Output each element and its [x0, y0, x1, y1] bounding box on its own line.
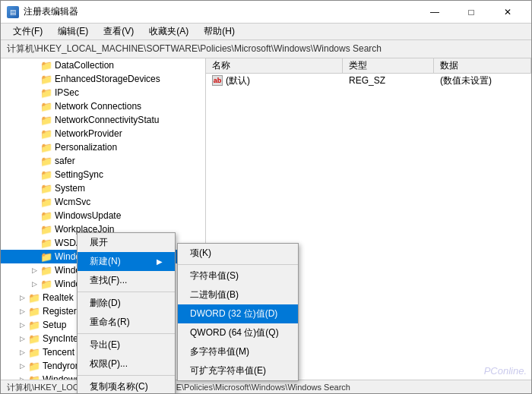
ctx-separator-1 — [78, 292, 175, 292]
expand-icon: ▷ — [16, 348, 28, 356]
reg-value-icon: ab — [212, 75, 223, 86]
tree-label: Realtek — [43, 292, 74, 303]
folder-icon: 📁 — [40, 60, 52, 71]
sub-item-string[interactable]: 字符串值(S) — [178, 266, 298, 285]
tree-label: IPSec — [55, 87, 79, 98]
ctx-export[interactable]: 导出(E) — [78, 336, 175, 355]
ctx-rename[interactable]: 重命名(R) — [78, 313, 175, 332]
registry-row[interactable]: ab (默认) REG_SZ (数值未设置) — [206, 74, 531, 87]
ctx-separator-2 — [78, 333, 175, 334]
tree-label: WindowsUpdate — [55, 210, 121, 221]
folder-icon: 📁 — [40, 183, 52, 194]
tree-label: Tendyron — [43, 361, 80, 371]
tree-label: NetworkProvider — [55, 128, 122, 139]
folder-icon: 📁 — [28, 333, 40, 345]
expand-icon: ▷ — [16, 321, 28, 329]
menu-view[interactable]: 查看(V) — [97, 24, 140, 39]
ctx-new[interactable]: 新建(N) ▶ — [78, 252, 175, 271]
col-header-type: 类型 — [343, 58, 434, 73]
ctx-expand[interactable]: 展开 — [78, 233, 175, 252]
tree-label: WcmSvc — [55, 197, 90, 207]
sub-separator — [178, 264, 298, 265]
col-header-data: 数据 — [434, 58, 531, 73]
folder-icon: 📁 — [28, 361, 40, 372]
close-button[interactable]: ✕ — [490, 4, 525, 20]
submenu-arrow: ▶ — [157, 257, 163, 266]
folder-icon: 📁 — [40, 251, 52, 263]
folder-icon: 📁 — [40, 197, 52, 208]
folder-icon: 📁 — [28, 306, 40, 317]
folder-icon: 📁 — [40, 115, 52, 126]
right-header: 名称 类型 数据 — [206, 58, 531, 74]
folder-icon: 📁 — [40, 74, 52, 85]
tree-label: Personalization — [55, 142, 117, 153]
ctx-separator-3 — [78, 375, 175, 376]
menu-favorites[interactable]: 收藏夹(A) — [143, 24, 195, 39]
folder-icon: 📁 — [40, 169, 52, 181]
menu-help[interactable]: 帮助(H) — [198, 24, 241, 39]
expand-icon: ▷ — [28, 266, 40, 274]
expand-icon: ▷ — [28, 280, 40, 288]
address-bar: 计算机\HKEY_LOCAL_MACHINE\SOFTWARE\Policies… — [1, 40, 531, 58]
folder-icon: 📁 — [40, 156, 52, 167]
folder-icon: 📁 — [40, 101, 52, 112]
tree-item-networkconnectivity[interactable]: 📁 NetworkConnectivityStatu — [1, 113, 205, 127]
tree-item-enhancedstorage[interactable]: 📁 EnhancedStorageDevices — [1, 72, 205, 86]
tree-label: safer — [55, 156, 75, 166]
ctx-find[interactable]: 查找(F)... — [78, 271, 175, 290]
tree-item-networkprovider[interactable]: 📁 NetworkProvider — [1, 127, 205, 140]
folder-icon: 📁 — [28, 292, 40, 304]
submenu[interactable]: 项(K) 字符串值(S) 二进制值(B) DWORD (32 位)值(D) QW… — [177, 243, 299, 381]
folder-icon: 📁 — [40, 142, 52, 153]
tree-item-settingsync[interactable]: 📁 SettingSync — [1, 168, 205, 181]
context-menu[interactable]: 展开 新建(N) ▶ 查找(F)... 删除(D) 重命名(R) 导出(E) 权… — [77, 232, 176, 394]
tree-item-ipsec[interactable]: 📁 IPSec — [1, 86, 205, 99]
folder-icon: 📁 — [28, 374, 40, 380]
tree-label: Tencent — [43, 347, 74, 358]
folder-icon: 📁 — [40, 210, 52, 222]
tree-item-network-connections[interactable]: 📁 Network Connections — [1, 99, 205, 113]
reg-data-cell: (数值未设置) — [434, 74, 531, 87]
folder-icon: 📁 — [40, 238, 52, 249]
tree-label: System — [55, 183, 85, 194]
ctx-copy-name[interactable]: 复制项名称(C) — [78, 377, 175, 394]
tree-label: EnhancedStorageDevices — [55, 74, 160, 84]
tree-label: SettingSync — [55, 169, 103, 180]
reg-type-cell: REG_SZ — [343, 75, 434, 86]
window-title: 注册表编辑器 — [24, 5, 78, 18]
tree-label: Setup — [43, 320, 66, 330]
ctx-permissions[interactable]: 权限(P)... — [78, 355, 175, 374]
menu-file[interactable]: 文件(F) — [7, 24, 49, 39]
expand-icon: ▷ — [16, 376, 28, 380]
sub-item-binary[interactable]: 二进制值(B) — [178, 285, 298, 304]
expand-icon: ▷ — [16, 294, 28, 301]
sub-item-qword[interactable]: QWORD (64 位)值(Q) — [178, 323, 298, 342]
menu-bar: 文件(F) 编辑(E) 查看(V) 收藏夹(A) 帮助(H) — [1, 24, 531, 40]
expand-icon: ▷ — [16, 335, 28, 342]
tree-item-system[interactable]: 📁 System — [1, 181, 205, 195]
tree-item-safer[interactable]: 📁 safer — [1, 154, 205, 168]
reg-name-cell: ab (默认) — [206, 74, 343, 87]
tree-label: Network Connections — [55, 101, 141, 112]
sub-item-multistring[interactable]: 多字符串值(M) — [178, 342, 298, 361]
maximize-button[interactable]: □ — [454, 4, 489, 20]
sub-item-key[interactable]: 项(K) — [178, 244, 298, 263]
sub-item-dword[interactable]: DWORD (32 位)值(D) — [178, 304, 298, 323]
folder-icon: 📁 — [40, 128, 52, 140]
tree-item-windowsupdate[interactable]: 📁 WindowsUpdate — [1, 209, 205, 222]
folder-icon: 📁 — [40, 265, 52, 276]
menu-edit[interactable]: 编辑(E) — [52, 24, 94, 39]
tree-item-personalization[interactable]: 📁 Personalization — [1, 140, 205, 154]
tree-label: NetworkConnectivityStatu — [55, 115, 159, 125]
folder-icon: 📁 — [28, 320, 40, 331]
folder-icon: 📁 — [40, 279, 52, 290]
ctx-delete[interactable]: 删除(D) — [78, 294, 175, 313]
tree-item-wcmsvc[interactable]: 📁 WcmSvc — [1, 195, 205, 209]
minimize-button[interactable]: — — [417, 4, 452, 20]
tree-label: DataCollection — [55, 60, 114, 71]
folder-icon: 📁 — [40, 224, 52, 235]
tree-item-datacollection[interactable]: 📁 DataCollection — [1, 58, 205, 72]
address-path: 计算机\HKEY_LOCAL_MACHINE\SOFTWARE\Policies… — [7, 43, 382, 55]
folder-icon: 📁 — [40, 87, 52, 99]
sub-item-expandstring[interactable]: 可扩充字符串值(E) — [178, 361, 298, 380]
